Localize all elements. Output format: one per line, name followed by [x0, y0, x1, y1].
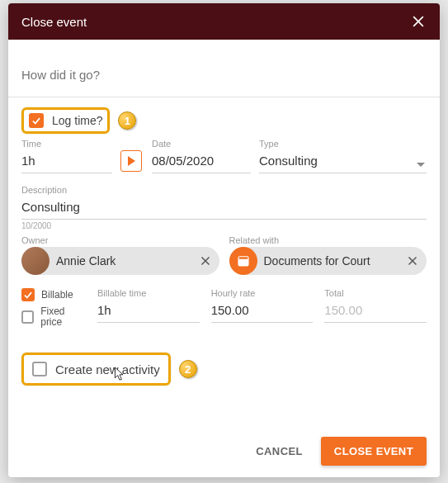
close-icon[interactable] — [410, 13, 427, 30]
play-icon — [128, 156, 135, 166]
date-input[interactable] — [152, 150, 251, 173]
owner-name: Annie Clark — [50, 254, 198, 268]
remove-related-icon[interactable] — [405, 253, 420, 268]
log-time-highlight: Log time? — [21, 107, 110, 134]
play-button[interactable] — [120, 150, 142, 172]
create-activity-label: Create new activity — [55, 362, 160, 376]
chevron-down-icon — [417, 163, 425, 167]
related-chip[interactable]: Documents for Court — [229, 247, 427, 275]
avatar — [21, 247, 50, 275]
type-label: Type — [259, 139, 427, 149]
how-did-it-go-input[interactable] — [21, 51, 427, 97]
total-output — [324, 300, 427, 323]
owner-chip[interactable]: Annie Clark — [21, 247, 219, 275]
calendar-icon — [229, 247, 257, 275]
time-label: Time — [21, 139, 112, 149]
titlebar: Close event — [8, 3, 440, 40]
billable-time-label: Billable time — [97, 288, 200, 298]
description-input[interactable] — [21, 197, 427, 220]
fixed-price-label: Fixed price — [40, 306, 86, 328]
date-label: Date — [152, 139, 251, 149]
billable-checkbox[interactable] — [21, 288, 35, 301]
type-select[interactable] — [259, 150, 427, 173]
create-activity-checkbox[interactable] — [32, 362, 47, 376]
description-label: Description — [21, 185, 427, 195]
modal-title: Close event — [21, 15, 87, 29]
close-event-modal: Close event Log time? 1 Time — [8, 3, 440, 477]
cursor-icon — [113, 366, 126, 382]
close-event-button[interactable]: CLOSE EVENT — [321, 437, 427, 466]
annotation-badge-1: 1 — [118, 111, 136, 130]
billable-label: Billable — [41, 289, 73, 301]
cancel-button[interactable]: CANCEL — [246, 438, 313, 464]
billable-time-input[interactable] — [97, 300, 200, 323]
log-time-checkbox[interactable] — [29, 113, 44, 128]
time-input[interactable] — [21, 150, 112, 173]
log-time-label: Log time? — [52, 114, 102, 127]
footer: CANCEL CLOSE EVENT — [8, 425, 440, 477]
hourly-rate-input[interactable] — [211, 300, 314, 323]
annotation-badge-2: 2 — [179, 360, 197, 378]
total-label: Total — [324, 288, 427, 298]
remove-owner-icon[interactable] — [198, 253, 213, 268]
description-counter: 10/2000 — [21, 221, 427, 230]
related-label: Related with — [229, 235, 427, 245]
hourly-rate-label: Hourly rate — [211, 288, 314, 298]
owner-label: Owner — [21, 235, 219, 245]
create-activity-highlight: Create new activity — [21, 353, 171, 386]
related-name: Documents for Court — [257, 254, 406, 268]
fixed-price-checkbox[interactable] — [21, 310, 34, 324]
